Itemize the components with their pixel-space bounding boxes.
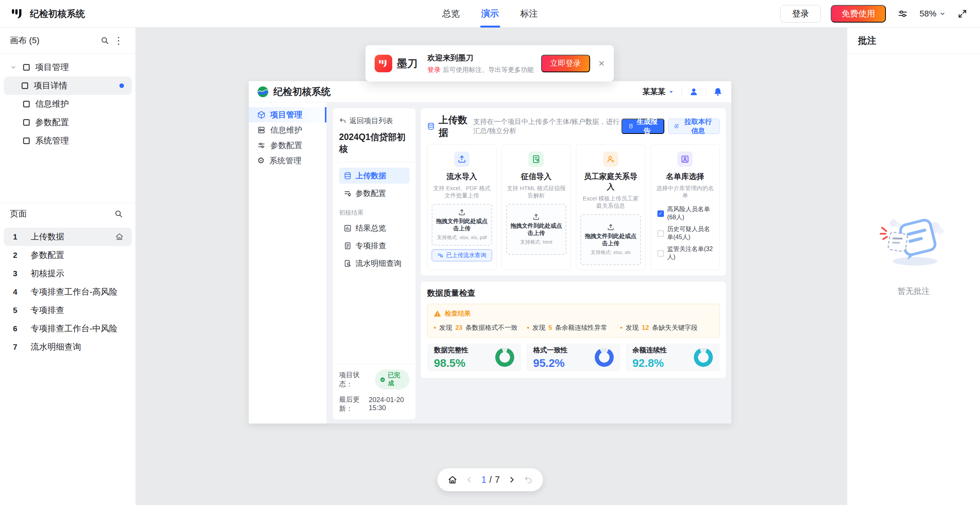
brand: 纪检初核系统 [11,8,85,20]
chevron-down-icon [939,11,946,17]
frame-icon [22,63,31,72]
annotation-panel: 批注 [847,28,980,505]
checkbox-checked-icon[interactable]: ✓ [657,210,664,217]
flow-dropzone[interactable]: 拖拽文件到此处或点击上传 支持格式: xlsx, xls, pdf [432,204,492,246]
page-item-3[interactable]: 3初核提示 [0,264,135,283]
mockup-nav-project-management[interactable]: 项目管理 [249,107,326,122]
person-add-icon [603,152,618,167]
canvas-item-info-maintenance[interactable]: 信息维护 [0,95,135,113]
project-title: 纪检初核系统 [30,8,85,20]
banner-brand: 墨刀 [397,57,417,70]
pages-search-icon[interactable] [112,207,126,221]
preferences-icon[interactable] [896,7,910,21]
upload-icon [454,152,470,167]
canvas-item-project-management[interactable]: 项目管理 [0,58,135,77]
progress-ring [694,348,713,367]
panel-menu-special-check[interactable]: 专项排查 [339,238,409,254]
login-button[interactable]: 登录 [780,5,821,23]
metric-completeness: 数据完整性 98.5% [427,344,521,371]
canvas-item-parameter-config[interactable]: 参数配置 [0,113,135,132]
family-dropzone[interactable]: 拖拽文件到此处或点击上传 支持格式: xlsx, xls [580,214,641,265]
bell-icon[interactable] [713,87,723,97]
canvas-item-project-detail[interactable]: 项目详情 [4,77,132,95]
prototype-screen: 纪检初核系统 某某某 [249,81,731,424]
tab-preview[interactable]: 演示 [481,0,499,28]
banner-title: 欢迎来到墨刀 [427,53,534,63]
document-search-icon [344,259,352,267]
canvas-item-system-management[interactable]: 系统管理 [0,132,135,150]
free-use-button[interactable]: 免费使用 [831,5,886,23]
metric-format-consistency: 格式一致性 95.2% [526,344,620,371]
mockingbot-badge-icon [375,55,392,72]
canvas-section-title: 画布 (5) [10,35,39,46]
check-circle-icon [380,376,386,383]
mockup-nav-system-management[interactable]: ⚙ 系统管理 [249,153,326,168]
upload-main: 上传数据 支持在一个项目中上传多个主体/账户数据，进行汇总/独立分析 生成报告 … [421,108,726,378]
panel-section-label: 初核结果 [339,209,409,217]
home-button[interactable] [447,475,458,485]
tab-annotate[interactable]: 标注 [520,0,538,28]
upload-card-credit-import: 征信导入 支持 HTML 格式征信报告解析 拖拽文件到此处或点击上传 支持格式:… [502,144,571,270]
id-card-icon [677,152,693,167]
preview-canvas: 墨刀 欢迎来到墨刀 登录 后可使用标注、导出等更多功能 立即登录 × [136,28,847,505]
mockup-nav-info-maintenance[interactable]: 信息维护 [249,122,326,138]
uploaded-flow-query-button[interactable]: 已上传流水查询 [432,249,492,261]
option-regulator-watch[interactable]: 监管关注名单(32人) [657,245,716,261]
canvas-more-icon[interactable]: ⋮ [112,34,126,47]
chevron-down-icon [9,64,18,70]
page-item-4[interactable]: 4专项排查工作台-高风险 [0,283,135,301]
panel-menu-upload-data[interactable]: 上传数据 [339,168,409,184]
sync-download-icon [674,123,679,130]
panel-menu-flow-detail-query[interactable]: 流水明细查询 [339,255,409,271]
document-icon [344,242,352,250]
back-to-project-list[interactable]: 返回项目列表 [339,116,409,126]
metric-balance-continuity: 余额连续性 92.8% [626,344,720,371]
canvas-search-icon[interactable] [98,34,112,47]
mockingbot-logo-icon [11,8,24,20]
credit-dropzone[interactable]: 拖拽文件到此处或点击上传 支持格式: html [506,204,567,255]
tab-overview[interactable]: 总览 [442,0,460,28]
page-item-5[interactable]: 5专项排查 [0,301,135,319]
user-menu[interactable]: 某某某 [642,86,675,97]
mockup-nav-parameter-config[interactable]: 参数配置 [249,138,326,153]
page-item-1[interactable]: 1 上传数据 [4,228,132,246]
page-item-6[interactable]: 6专项排查工作台-中风险 [0,319,135,338]
page-item-7[interactable]: 7流水明细查询 [0,338,135,356]
checkbox-icon[interactable] [657,230,664,237]
banner-login-now-button[interactable]: 立即登录 [541,55,590,72]
option-history-suspect[interactable]: 历史可疑人员名单(45人) [657,225,716,241]
mockup-header: 纪检初核系统 某某某 [249,81,731,103]
restart-icon[interactable] [523,475,533,485]
home-page-icon [115,232,124,241]
fullscreen-icon[interactable] [956,7,969,21]
project-panel: 返回项目列表 2024Q1信贷部初核 上传数据 参数配置 初核结果 [333,108,416,419]
next-page-icon[interactable] [507,475,516,484]
canvas-tree: 项目管理 项目详情 信息维护 参数配置 系统管理 [0,54,135,203]
empty-annotation-text: 暂无批注 [898,286,930,296]
checkbox-icon[interactable] [657,250,664,257]
option-high-risk[interactable]: ✓ 高风险人员名单(68人) [657,205,716,222]
prev-page-icon[interactable] [465,475,474,484]
upload-tray-icon [532,213,540,221]
banner-login-link[interactable]: 登录 [427,65,440,74]
zoom-level: 58% [920,9,936,19]
quality-title: 数据质量检查 [427,288,720,298]
list-search-icon [437,252,444,259]
generate-report-button[interactable]: 生成报告 [621,119,665,134]
pull-bank-info-button[interactable]: 拉取本行信息 [668,119,720,134]
server-icon [257,126,266,134]
frame-icon [22,118,31,127]
banner-close-icon[interactable]: × [598,58,605,69]
page-item-2[interactable]: 2参数配置 [0,246,135,264]
editor-topbar: 纪检初核系统 总览 演示 标注 登录 免费使用 58% [0,0,980,28]
pages-section-title: 页面 [10,208,27,220]
panel-menu-parameter-config[interactable]: 参数配置 [339,185,409,201]
frame-icon [21,81,29,90]
list-options: ✓ 高风险人员名单(68人) 历史可疑人员名单(45人) [655,205,716,261]
finding-balance: • 发现 5 条余额连续性异常 [527,323,620,332]
user-icon[interactable] [689,87,699,97]
zoom-control[interactable]: 58% [920,9,946,19]
project-name: 2024Q1信贷部初核 [339,131,409,155]
panel-menu-result-overview[interactable]: 结果总览 [339,220,409,236]
page-indicator: 1 / 7 [481,475,500,485]
